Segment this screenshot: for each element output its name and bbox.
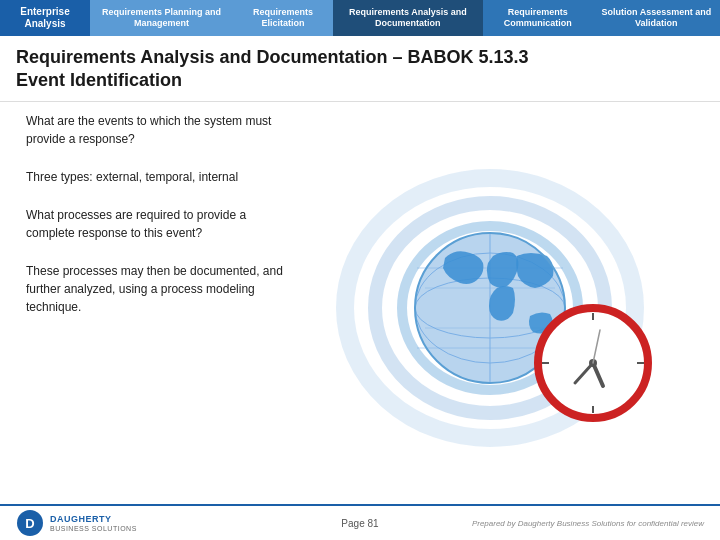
text-item-3: What processes are required to provide a…: [16, 206, 286, 242]
main-content: What are the events to which the system …: [0, 102, 720, 514]
text-item-4: These processes may then be documented, …: [16, 262, 286, 316]
globe-clock-illustration: [335, 168, 675, 448]
nav-tab-elicitation[interactable]: Requirements Elicitation: [233, 0, 333, 36]
footer-logo: D DAUGHERTY BUSINESS SOLUTIONS: [16, 509, 137, 537]
title-section: Requirements Analysis and Documentation …: [0, 36, 720, 102]
footer-page-number: Page 81: [341, 518, 378, 529]
nav-tab-planning[interactable]: Requirements Planning and Management: [90, 0, 233, 36]
nav-tab-solution[interactable]: Solution Assessment and Validation: [593, 0, 720, 36]
nav-tab-communication[interactable]: Requirements Communication: [483, 0, 593, 36]
text-column: What are the events to which the system …: [16, 112, 296, 504]
daugherty-logo-icon: D: [16, 509, 44, 537]
text-item-1: What are the events to which the system …: [16, 112, 286, 148]
nav-tab-analysis[interactable]: Requirements Analysis and Documentation: [333, 0, 483, 36]
svg-text:D: D: [25, 516, 34, 531]
footer-logo-sub: BUSINESS SOLUTIONS: [50, 525, 137, 532]
footer-logo-name: DAUGHERTY: [50, 514, 137, 525]
footer: D DAUGHERTY BUSINESS SOLUTIONS Page 81 P…: [0, 504, 720, 540]
nav-tab-enterprise[interactable]: Enterprise Analysis: [0, 0, 90, 36]
text-item-2: Three types: external, temporal, interna…: [16, 168, 286, 186]
top-nav: Enterprise Analysis Requirements Plannin…: [0, 0, 720, 36]
footer-disclaimer: Prepared by Daugherty Business Solutions…: [472, 519, 704, 528]
page-title: Requirements Analysis and Documentation …: [16, 46, 704, 93]
visual-column: [306, 112, 704, 504]
